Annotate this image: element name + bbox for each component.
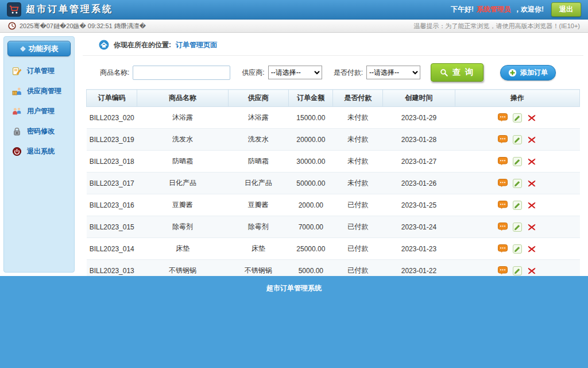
edit-order-icon[interactable] [513, 244, 522, 254]
sidebar-title-button[interactable]: 功能列表 [7, 41, 71, 56]
actions-cell [455, 216, 579, 238]
clock-icon [8, 22, 16, 30]
order-table-head-row: 订单编码商品名称供应商订单金额是否付款创建时间操作 [87, 90, 580, 107]
amount-cell: 2000.00 [289, 194, 333, 216]
sidebar-item-4[interactable]: 密码修改 [7, 121, 71, 141]
order-code-cell: BILL2023_019 [87, 129, 137, 151]
sidebar-item-1[interactable]: 订单管理 [7, 61, 71, 81]
exit-icon [12, 147, 22, 156]
product-name-label: 商品名称: [100, 68, 129, 78]
table-row: BILL2023_017 日化产品 日化产品 50000.00 未付款 2023… [87, 172, 580, 194]
breadcrumb-prefix: 你现在所在的位置: [114, 40, 171, 50]
paid-status-cell: 未付款 [333, 151, 383, 172]
amount-cell: 50000.00 [289, 172, 333, 194]
product-name-cell: 不锈钢锅 [137, 260, 228, 277]
delete-order-icon[interactable] [527, 135, 536, 144]
sidebar-item-label: 用户管理 [27, 106, 55, 116]
view-order-icon[interactable] [498, 113, 508, 122]
delete-order-icon[interactable] [527, 201, 536, 210]
sidebar-item-label: 供应商管理 [27, 86, 61, 96]
view-order-icon[interactable] [498, 223, 508, 232]
delete-order-icon[interactable] [527, 266, 536, 275]
datetime-text: 2025骞�07鏈�20鏃� 09:32:51 鏄熸湡澶� [20, 22, 146, 30]
supplier-select[interactable]: --请选择-- [268, 66, 322, 79]
top-header: 超市订单管理系统 下午好! 系统管理员 ，欢迎你! 退出 [0, 0, 588, 20]
order-code-cell: BILL2023_013 [87, 260, 137, 277]
edit-order-icon[interactable] [513, 266, 522, 275]
column-header: 商品名称 [137, 90, 228, 107]
supplier-cell: 沐浴露 [228, 107, 289, 129]
product-name-cell: 豆瓣酱 [137, 194, 228, 216]
view-order-icon[interactable] [498, 244, 508, 254]
sidebar-item-2[interactable]: 供应商管理 [7, 81, 71, 101]
cart-icon [7, 2, 21, 17]
edit-order-icon[interactable] [513, 223, 522, 232]
created-time-cell: 2023-01-27 [383, 151, 455, 172]
edit-order-icon[interactable] [513, 179, 522, 188]
delete-order-icon[interactable] [527, 157, 536, 166]
created-time-cell: 2023-01-24 [383, 216, 455, 238]
created-time-cell: 2023-01-22 [383, 260, 455, 277]
search-button-label: 查 询 [452, 67, 474, 78]
search-button[interactable]: 查 询 [431, 63, 483, 82]
product-name-cell: 防晒霜 [137, 151, 228, 172]
greeting-suffix: ，欢迎你! [514, 5, 544, 14]
browser-tip-text: 温馨提示：为了能正常浏览，请使用高版本浏览器！(IE10+) [414, 22, 580, 30]
product-name-cell: 洗发水 [137, 129, 228, 151]
paid-status-cell: 已付款 [333, 216, 383, 238]
delete-order-icon[interactable] [527, 223, 536, 232]
payment-select[interactable]: --请选择-- [366, 66, 420, 79]
supplier-cell: 防晒霜 [228, 151, 289, 172]
edit-order-icon[interactable] [513, 157, 522, 166]
delete-order-icon[interactable] [527, 244, 536, 254]
edit-order-icon[interactable] [513, 113, 522, 122]
actions-cell [455, 260, 579, 277]
actions-cell [455, 194, 579, 216]
order-code-cell: BILL2023_015 [87, 216, 137, 238]
actions-cell [455, 172, 579, 194]
payment-label: 是否付款: [334, 68, 363, 78]
footer-text: 超市订单管理系统 [266, 284, 322, 292]
created-time-cell: 2023-01-26 [383, 172, 455, 194]
sidebar: 功能列表 订单管理供应商管理用户管理密码修改退出系统 [3, 36, 75, 273]
search-icon [440, 68, 448, 77]
created-time-cell: 2023-01-25 [383, 194, 455, 216]
supplier-label: 供应商: [242, 68, 264, 78]
supplier-cell: 豆瓣酱 [228, 194, 289, 216]
edit-order-icon[interactable] [513, 135, 522, 144]
delete-order-icon[interactable] [527, 113, 536, 122]
column-header: 订单金额 [289, 90, 333, 107]
table-row: BILL2023_018 防晒霜 防晒霜 30000.00 未付款 2023-0… [87, 151, 580, 172]
product-name-input[interactable] [133, 66, 230, 80]
sidebar-item-3[interactable]: 用户管理 [7, 101, 71, 121]
page: 超市订单管理系统 下午好! 系统管理员 ，欢迎你! 退出 2025骞�07鏈�2… [0, 0, 588, 368]
view-order-icon[interactable] [498, 157, 508, 166]
amount-cell: 30000.00 [289, 151, 333, 172]
edit-order-icon[interactable] [513, 201, 522, 210]
view-order-icon[interactable] [498, 266, 508, 275]
plus-icon [508, 68, 517, 77]
sidebar-item-5[interactable]: 退出系统 [7, 141, 71, 162]
order-code-cell: BILL2023_016 [87, 194, 137, 216]
view-order-icon[interactable] [498, 179, 508, 188]
view-order-icon[interactable] [498, 201, 508, 210]
greeting-prefix: 下午好! [451, 5, 474, 14]
logout-button[interactable]: 退出 [551, 2, 581, 17]
password-icon [12, 126, 22, 136]
breadcrumb-current-link[interactable]: 订单管理页面 [176, 40, 217, 50]
table-row: BILL2023_019 洗发水 洗发水 20000.00 未付款 2023-0… [87, 129, 580, 151]
add-order-button[interactable]: 添加订单 [500, 65, 556, 80]
page-footer: 超市订单管理系统 [0, 276, 588, 368]
orders-table: 订单编码商品名称供应商订单金额是否付款创建时间操作 BILL2023_020 沐… [86, 89, 580, 276]
user-icon [12, 106, 22, 116]
view-order-icon[interactable] [498, 135, 508, 144]
main-panel: 你现在所在的位置: 订单管理页面 商品名称: 供应商: --请选择-- 是否付款… [78, 33, 588, 276]
column-header: 是否付款 [333, 90, 383, 107]
order-icon [12, 66, 22, 76]
amount-cell: 5000.00 [289, 260, 333, 277]
created-time-cell: 2023-01-29 [383, 107, 455, 129]
delete-order-icon[interactable] [527, 179, 536, 188]
order-code-cell: BILL2023_020 [87, 107, 137, 129]
created-time-cell: 2023-01-28 [383, 129, 455, 151]
actions-cell [455, 107, 579, 129]
